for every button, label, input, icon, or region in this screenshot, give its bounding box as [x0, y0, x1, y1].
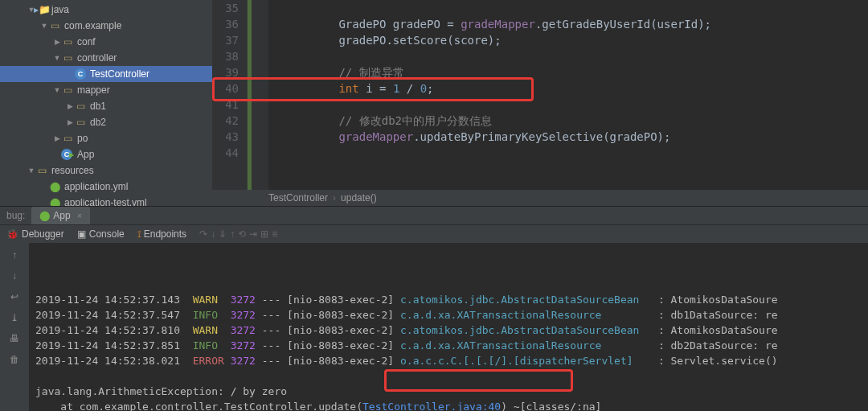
- line-number[interactable]: 38: [212, 48, 239, 64]
- expand-arrow-icon[interactable]: ▶: [66, 102, 74, 110]
- project-tree[interactable]: ▼▸📁java▼▭com.example▶▭conf▼▭controllerCT…: [0, 0, 212, 206]
- debug-tab-label: App: [53, 210, 70, 221]
- tree-item-application-yml[interactable]: ⬤application.yml: [0, 179, 212, 195]
- code-line[interactable]: [285, 97, 868, 113]
- class-icon: C: [74, 68, 87, 80]
- code-line[interactable]: gradeMapper.updateByPrimaryKeySelective(…: [285, 129, 868, 145]
- tree-item-controller[interactable]: ▼▭controller: [0, 50, 212, 66]
- breakpoint-gutter[interactable]: [248, 0, 268, 190]
- tree-item-application-test-yml[interactable]: ⬤application-test.yml: [0, 195, 212, 206]
- endpoints-icon: ⟟: [137, 228, 141, 240]
- drop-frame-icon[interactable]: ⟲: [238, 228, 246, 240]
- clear-icon[interactable]: 🗑: [7, 352, 22, 367]
- expand-arrow-icon[interactable]: ▼: [40, 22, 48, 30]
- evaluate-icon[interactable]: ⊞: [260, 228, 268, 240]
- more-icon[interactable]: ≡: [272, 228, 277, 240]
- package-icon: ▭: [61, 133, 74, 144]
- line-number[interactable]: 37: [212, 32, 239, 48]
- line-number[interactable]: 36: [212, 16, 239, 32]
- tree-item-label: com.example: [64, 20, 121, 31]
- expand-arrow-icon[interactable]: ▼: [27, 166, 35, 175]
- yml-icon: ⬤: [48, 197, 61, 206]
- debug-tabs: bug: ⬤ App ×: [0, 207, 868, 224]
- package-icon: ▭: [61, 36, 74, 47]
- subtab-debugger[interactable]: 🐞 Debugger: [0, 225, 71, 243]
- class-run-icon: C▶: [61, 149, 74, 160]
- line-number[interactable]: 41: [212, 97, 239, 113]
- console-icon: ▣: [77, 228, 86, 240]
- stack-link[interactable]: TestController.java:40: [362, 401, 501, 411]
- expand-arrow-icon[interactable]: ▼: [53, 54, 61, 62]
- line-number[interactable]: 44: [212, 145, 239, 161]
- print-icon[interactable]: 🖶: [7, 331, 22, 346]
- code-content[interactable]: GradePO gradePO = gradeMapper.getGradeBy…: [268, 0, 868, 190]
- line-number[interactable]: 35: [212, 0, 239, 16]
- code-line[interactable]: GradePO gradePO = gradeMapper.getGradeBy…: [285, 16, 868, 32]
- line-number[interactable]: 40: [212, 80, 239, 97]
- line-number-gutter[interactable]: 35363738394041424344: [212, 0, 248, 190]
- breadcrumb-method[interactable]: update(): [341, 192, 377, 203]
- expand-arrow-icon[interactable]: ▶: [53, 134, 61, 142]
- tree-item-mapper[interactable]: ▼▭mapper: [0, 82, 212, 98]
- tree-item-app[interactable]: C▶App: [0, 146, 212, 162]
- tree-item-label: java: [51, 4, 69, 15]
- bug-icon: 🐞: [6, 228, 18, 240]
- run-to-cursor-icon[interactable]: ⇥: [249, 228, 257, 240]
- expand-arrow-icon[interactable]: ▶: [66, 118, 74, 126]
- editor-area: 35363738394041424344 GradePO gradePO = g…: [212, 0, 868, 206]
- force-step-icon[interactable]: ⇓: [219, 228, 227, 240]
- tree-item-label: application-test.yml: [64, 197, 147, 206]
- console-row: 2019-11-24 14:52:37.143 WARN 3272 --- [n…: [35, 292, 862, 307]
- scroll-up-icon[interactable]: ↑: [7, 248, 22, 262]
- spring-icon: ⬤: [39, 210, 50, 221]
- tree-item-testcontroller[interactable]: CTestController: [0, 66, 212, 82]
- scroll-to-end-icon[interactable]: ⤓: [7, 310, 22, 325]
- tree-item-resources[interactable]: ▼▭resources: [0, 162, 212, 179]
- subtab-console[interactable]: ▣ Console: [71, 225, 131, 243]
- package-icon: ▭: [61, 84, 74, 96]
- code-line[interactable]: [285, 145, 868, 161]
- console-row: 2019-11-24 14:52:37.851 INFO 3272 --- [n…: [35, 338, 862, 353]
- subtab-label: Endpoints: [144, 228, 186, 240]
- expand-arrow-icon[interactable]: ▶: [53, 38, 61, 46]
- code-line[interactable]: // 修改db2中的用户分数信息: [285, 113, 868, 129]
- breadcrumb-class[interactable]: TestController: [268, 192, 328, 203]
- subtab-label: Debugger: [22, 228, 64, 240]
- tree-item-label: TestController: [90, 68, 149, 80]
- code-line[interactable]: // 制造异常: [285, 64, 868, 80]
- yml-icon: ⬤: [48, 181, 61, 192]
- scroll-down-icon[interactable]: ↓: [7, 269, 22, 283]
- code-line[interactable]: int i = 1 / 0;: [285, 80, 868, 97]
- package-icon: ▭: [74, 101, 87, 112]
- subtab-label: Console: [89, 228, 125, 240]
- step-into-icon[interactable]: ↓: [211, 228, 215, 240]
- debug-tab-app[interactable]: ⬤ App ×: [31, 207, 90, 224]
- console-row: 2019-11-24 14:52:37.810 WARN 3272 --- [n…: [35, 323, 862, 338]
- console-exception: java.lang.ArithmeticException: / by zero: [35, 384, 862, 399]
- expand-arrow-icon[interactable]: ▼: [53, 86, 61, 94]
- code-line[interactable]: [285, 48, 868, 64]
- tree-item-label: controller: [77, 52, 117, 64]
- line-number[interactable]: 39: [212, 64, 239, 80]
- tree-item-java[interactable]: ▼▸📁java: [0, 2, 212, 18]
- tree-item-com-example[interactable]: ▼▭com.example: [0, 18, 212, 34]
- code-line[interactable]: gradePO.setScore(score);: [285, 32, 868, 48]
- debug-label: bug:: [0, 207, 31, 224]
- breadcrumb[interactable]: TestController › update(): [212, 190, 868, 206]
- console-text[interactable]: 2019-11-24 14:52:37.143 WARN 3272 --- [n…: [29, 243, 868, 411]
- close-icon[interactable]: ×: [77, 211, 82, 220]
- step-over-icon[interactable]: ↷: [199, 228, 207, 240]
- soft-wrap-icon[interactable]: ↩: [7, 290, 22, 304]
- subtab-endpoints[interactable]: ⟟ Endpoints: [131, 225, 193, 243]
- debug-actions: ↷ ↓ ⇓ ↑ ⟲ ⇥ ⊞ ≡: [199, 228, 277, 240]
- line-number[interactable]: 42: [212, 113, 239, 129]
- tree-item-db2[interactable]: ▶▭db2: [0, 114, 212, 130]
- code-line[interactable]: [285, 0, 868, 16]
- tree-item-conf[interactable]: ▶▭conf: [0, 34, 212, 50]
- folder-icon: ▸📁: [35, 4, 48, 15]
- tree-item-db1[interactable]: ▶▭db1: [0, 98, 212, 114]
- line-number[interactable]: 43: [212, 129, 239, 145]
- tree-item-po[interactable]: ▶▭po: [0, 130, 212, 146]
- step-out-icon[interactable]: ↑: [230, 228, 235, 240]
- console-stack-frame: at com.example.controller.TestController…: [35, 399, 862, 411]
